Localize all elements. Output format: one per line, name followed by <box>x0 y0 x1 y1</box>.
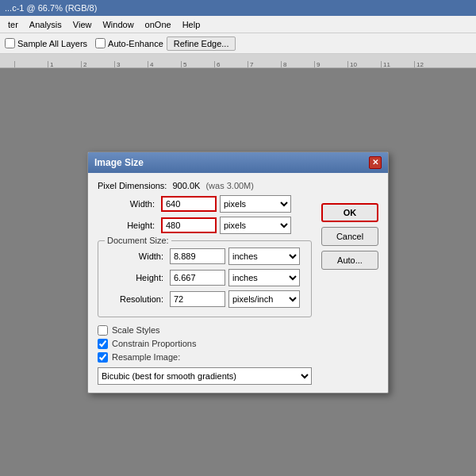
resample-image-row: Resample Image: <box>98 352 312 363</box>
menu-item-view[interactable]: View <box>68 18 97 31</box>
ruler-tick-12: 12 <box>414 61 447 67</box>
cancel-button[interactable]: Cancel <box>321 227 378 246</box>
pixel-dimensions-was: (was 3.00M) <box>205 181 254 190</box>
constrain-proportions-label[interactable]: Constrain Proportions <box>112 339 196 348</box>
resolution-label: Resolution: <box>106 294 170 304</box>
scale-styles-row: Scale Styles <box>98 325 312 336</box>
app-window: ...c-1 @ 66.7% (RGB/8) ter Analysis View… <box>0 0 476 476</box>
sample-all-layers-label: Sample All Layers <box>17 39 87 48</box>
menu-item-analysis[interactable]: Analysis <box>25 18 67 31</box>
ruler-tick-8: 8 <box>281 61 314 67</box>
menu-item-onone[interactable]: onOne <box>140 18 176 31</box>
scale-styles-checkbox[interactable] <box>98 325 108 336</box>
ruler-tick-3: 3 <box>114 61 148 67</box>
sample-all-layers-checkbox-label[interactable]: Sample All Layers <box>5 38 87 48</box>
dialog-title: Image Size <box>94 157 144 168</box>
document-size-label: Document Size: <box>105 236 171 245</box>
auto-enhance-checkbox-label[interactable]: Auto-Enhance <box>95 38 163 48</box>
canvas-area: Image Size ✕ Pixel Dimensions: 900.0K (w… <box>0 68 476 476</box>
title-bar-text: ...c-1 @ 66.7% (RGB/8) <box>5 3 97 13</box>
doc-width-input[interactable] <box>170 248 225 264</box>
auto-button[interactable]: Auto... <box>321 251 378 270</box>
auto-enhance-checkbox[interactable] <box>95 38 106 48</box>
dialog-body: Pixel Dimensions: 900.0K (was 3.00M) Wid… <box>88 173 388 393</box>
pixel-dimensions-label: Pixel Dimensions: <box>98 181 167 190</box>
resolution-input[interactable] <box>170 291 225 307</box>
ruler-tick-11: 11 <box>381 61 414 67</box>
ruler-tick-10: 10 <box>347 61 381 67</box>
doc-width-label: Width: <box>106 251 170 261</box>
ruler-tick-0 <box>14 61 48 67</box>
resolution-unit-select[interactable]: pixels/inch pixels/cm <box>228 290 300 308</box>
menu-item-help[interactable]: Help <box>178 18 205 31</box>
doc-height-label: Height: <box>106 273 170 282</box>
constrain-proportions-checkbox[interactable] <box>98 339 108 349</box>
ruler: 1 2 3 4 5 6 7 8 9 10 11 12 <box>0 54 476 68</box>
refine-edge-button[interactable]: Refine Edge... <box>167 36 236 51</box>
menu-item-filter[interactable]: ter <box>3 18 23 31</box>
ok-button[interactable]: OK <box>321 203 378 222</box>
ruler-tick-1: 1 <box>48 61 81 67</box>
height-unit-select[interactable]: pixels percent <box>220 217 291 234</box>
ruler-inner: 1 2 3 4 5 6 7 8 9 10 11 12 <box>0 61 476 67</box>
height-input[interactable] <box>161 217 217 233</box>
constrain-proportions-row: Constrain Proportions <box>98 339 312 349</box>
ruler-tick-5: 5 <box>181 61 214 67</box>
dialog-close-button[interactable]: ✕ <box>369 156 382 169</box>
doc-height-row: Height: inches cm mm points picas <box>106 269 303 286</box>
ruler-tick-4: 4 <box>148 61 181 67</box>
height-label: Height: <box>98 221 161 230</box>
ruler-tick-7: 7 <box>248 61 281 67</box>
doc-height-input[interactable] <box>170 270 225 286</box>
dialog-title-bar: Image Size ✕ <box>88 152 388 173</box>
doc-width-unit-select[interactable]: inches cm mm points picas <box>228 248 300 265</box>
dialog-overlay: Image Size ✕ Pixel Dimensions: 900.0K (w… <box>0 68 476 476</box>
title-bar: ...c-1 @ 66.7% (RGB/8) <box>0 0 476 16</box>
ruler-tick-9: 9 <box>314 61 347 67</box>
menu-item-window[interactable]: Window <box>98 18 138 31</box>
toolbar: Sample All Layers Auto-Enhance Refine Ed… <box>0 33 476 54</box>
dialog-buttons: OK Cancel Auto... <box>321 181 378 270</box>
auto-enhance-label: Auto-Enhance <box>108 39 163 48</box>
menu-bar: ter Analysis View Window onOne Help <box>0 16 476 33</box>
document-size-group: Document Size: Width: inches cm mm <box>98 240 312 317</box>
doc-width-row: Width: inches cm mm points picas <box>106 248 303 265</box>
resample-image-checkbox[interactable] <box>98 352 108 363</box>
resample-image-label[interactable]: Resample Image: <box>112 352 180 362</box>
scale-styles-label[interactable]: Scale Styles <box>112 325 160 335</box>
ruler-tick-2: 2 <box>81 61 114 67</box>
resolution-row: Resolution: pixels/inch pixels/cm <box>106 290 303 308</box>
width-unit-select[interactable]: pixels percent <box>220 195 291 213</box>
width-row: Width: pixels percent <box>98 195 312 213</box>
image-size-dialog: Image Size ✕ Pixel Dimensions: 900.0K (w… <box>87 152 389 393</box>
pixel-dimensions-size: 900.0K <box>172 181 200 190</box>
doc-height-unit-select[interactable]: inches cm mm points picas <box>228 269 300 286</box>
width-label: Width: <box>98 199 161 209</box>
ruler-tick-6: 6 <box>214 61 248 67</box>
height-row: Height: pixels percent <box>98 217 312 234</box>
sample-all-layers-checkbox[interactable] <box>5 38 15 48</box>
pixel-dimensions-header: Pixel Dimensions: 900.0K (was 3.00M) <box>98 181 312 190</box>
width-input[interactable] <box>161 196 217 212</box>
resample-method-select[interactable]: Bicubic (best for smooth gradients) Bicu… <box>98 367 312 385</box>
